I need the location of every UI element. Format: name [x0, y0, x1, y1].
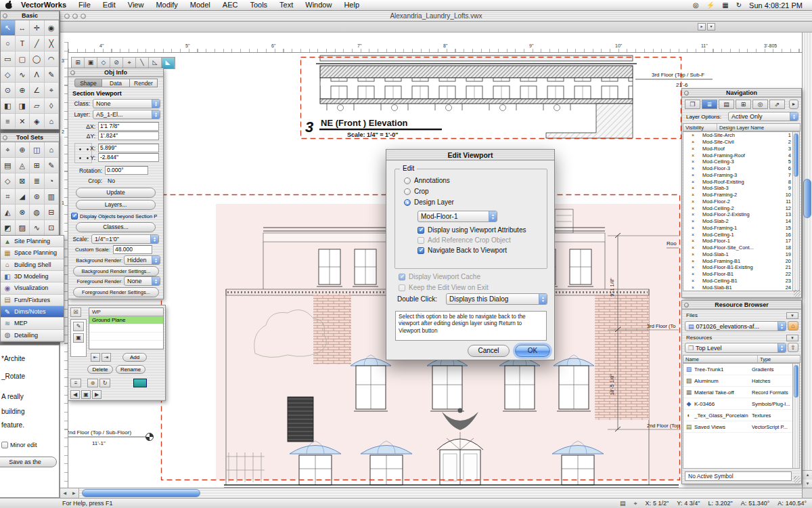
snap-point-icon[interactable]: ⌖ — [123, 58, 136, 68]
close-palette-icon[interactable] — [70, 70, 75, 75]
horizontal-scroll-thumb[interactable] — [82, 489, 200, 497]
layer-row[interactable]: ×Mod-Slab-214 — [683, 218, 792, 225]
visibility-mark[interactable]: × — [683, 219, 702, 224]
visibility-mark[interactable]: × — [683, 285, 702, 290]
scroll-thumb[interactable] — [794, 365, 798, 398]
resource-level-popup[interactable]: ❒ Top Level ▲▼ — [685, 343, 786, 353]
offset-tool[interactable]: ⊕ — [16, 83, 30, 98]
symbol-tool[interactable]: ⌂ — [45, 114, 60, 129]
dialog-titlebar[interactable]: Edit Viewport — [386, 150, 554, 161]
layer-row[interactable]: ×Mod-Site-Arch1 — [683, 132, 792, 139]
layer-popup[interactable]: A5_1-El...▲▼ — [93, 110, 160, 119]
arc-tool[interactable]: ◠ — [45, 51, 60, 67]
layer-row[interactable]: ×Mod-Framing-210 — [683, 192, 792, 198]
pen-tool[interactable]: ✎ — [45, 67, 60, 83]
close-palette-icon[interactable] — [684, 303, 689, 308]
layer-row[interactable]: ×Mod-Floor-211 — [683, 198, 792, 205]
axis-tool[interactable]: ∿ — [30, 220, 45, 236]
vertical-scroll-thumb[interactable] — [803, 179, 811, 218]
arc-mode-icon[interactable]: ◺ — [149, 58, 162, 68]
detail-tool[interactable]: ◢ — [16, 189, 30, 205]
layer-row[interactable]: ×Mod-Roof3 — [683, 146, 792, 152]
scroll-left-icon[interactable]: ◀ — [60, 488, 70, 499]
stair-tool[interactable]: ▤ — [1, 158, 16, 173]
trim-tool[interactable]: ✕ — [16, 114, 30, 129]
resize-grip-icon[interactable] — [794, 476, 800, 483]
menu-item[interactable]: Modify — [150, 0, 183, 10]
viewport-attributes-checkbox[interactable] — [418, 227, 424, 234]
menu-clock[interactable]: Sun 4:08:21 PM — [749, 1, 807, 9]
layer-row[interactable]: ×Mod-Floor-36 — [683, 165, 792, 172]
column-tool[interactable]: ⊞ — [30, 158, 45, 173]
close-palette-icon[interactable] — [684, 91, 689, 96]
foreground-render-popup[interactable]: None▲▼ — [124, 276, 160, 286]
label-tool[interactable]: ◭ — [1, 205, 16, 220]
rename-plane-button[interactable]: Rename — [116, 365, 145, 374]
revision-tool[interactable]: ⊟ — [45, 205, 60, 220]
circle-tool[interactable]: ⊙ — [1, 83, 16, 98]
basic-palette-titlebar[interactable]: Basic — [1, 12, 59, 20]
plane-rotate-icon[interactable]: ↻ — [99, 379, 110, 387]
dimension-tool[interactable]: ⌖ — [1, 142, 16, 158]
background-render-settings-button[interactable]: Background Render Settings... — [73, 266, 159, 276]
visibility-mark[interactable]: × — [683, 140, 702, 144]
menu-item[interactable]: File — [72, 0, 97, 10]
move-tool[interactable]: ↔ — [16, 20, 30, 36]
visibility-mark[interactable]: × — [683, 192, 702, 197]
ok-button[interactable]: OK — [515, 345, 550, 357]
rectangle-tool[interactable]: ▭ — [1, 51, 16, 67]
menu-item[interactable]: Help — [338, 0, 365, 10]
plane-check-icon[interactable]: ☒ — [70, 308, 81, 317]
reference-crop-checkbox[interactable] — [418, 237, 424, 244]
layer-row[interactable]: ×Mod-Floor-B1-Existing21 — [683, 264, 792, 271]
visibility-mark[interactable]: × — [683, 272, 702, 276]
crop-radio[interactable] — [404, 188, 411, 195]
leader-tool[interactable]: ▥ — [45, 189, 60, 205]
snap-object-icon[interactable]: ▣ — [85, 58, 97, 68]
script-icon[interactable]: ▤Saved ViewsVectorScript P... — [683, 421, 792, 433]
minimize-window-icon[interactable] — [72, 14, 78, 19]
toolbar-next-icon[interactable]: ▸ — [698, 23, 706, 30]
type-column-header[interactable]: Type — [758, 356, 800, 362]
symbol-icon[interactable]: ◆K-03466Symbols/Plug-I... — [683, 398, 792, 410]
rotate-tool[interactable]: ◨ — [16, 98, 30, 114]
rotation-field[interactable]: 0.000° — [105, 166, 148, 175]
layer-row[interactable]: ×Mod-Framing-37 — [683, 172, 792, 179]
navigation-titlebar[interactable]: Navigation — [682, 89, 801, 98]
layer-row[interactable]: ×Mod-Floor-Site_Cont...18 — [683, 245, 792, 251]
files-collapse-icon[interactable]: ▼ — [786, 312, 798, 319]
toolbar-menu-icon[interactable]: ▾ — [707, 23, 715, 30]
line-mode-icon[interactable]: ╲ — [136, 58, 149, 68]
layer-row[interactable]: ×Mod-Ceiling-116 — [683, 231, 792, 238]
design-layer-radio[interactable] — [404, 199, 411, 206]
displays-icon[interactable]: ▦ — [722, 1, 728, 9]
space-planning-icon[interactable]: ▦Space Planning — [1, 247, 64, 259]
layer-row[interactable]: ×Mod-Slab-39 — [683, 185, 792, 192]
visibility-mark[interactable]: × — [683, 133, 702, 137]
gradient-icon[interactable]: ▧Tree-Trunk1Gradients — [683, 364, 792, 375]
home-folder-icon[interactable]: ⌂ — [788, 321, 798, 331]
magnifier-tool[interactable]: ○ — [1, 36, 16, 51]
classes-button[interactable]: Classes... — [76, 222, 156, 232]
class-popup[interactable]: None▲▼ — [93, 99, 160, 108]
shear-tool[interactable]: ▱ — [30, 98, 45, 114]
site-planning-icon[interactable]: ▲Site Planning — [1, 236, 64, 247]
delta-x-field[interactable]: 1'1 7/8" — [98, 122, 159, 131]
add-plane-button[interactable]: Add — [122, 353, 147, 362]
detailing-icon[interactable]: ◍Detailing — [1, 330, 64, 341]
obj-info-tab[interactable]: Shape — [74, 79, 102, 87]
y-field[interactable]: -2.844" — [98, 153, 159, 162]
scroll-down-icon[interactable]: ▼ — [803, 480, 812, 488]
x-field[interactable]: 5.899" — [98, 144, 159, 152]
selection-tool[interactable]: ↖ — [1, 20, 16, 36]
visualization-icon[interactable]: ◉Visualization — [1, 282, 64, 294]
menu-item[interactable]: Window — [299, 0, 338, 10]
menu-item[interactable]: VectorWorks — [15, 0, 72, 10]
hatch-tool[interactable]: ⊠ — [16, 173, 30, 189]
delta-y-field[interactable]: 1'.824" — [98, 131, 159, 140]
obj-info-tab[interactable]: Data — [102, 79, 130, 87]
apple-menu-icon[interactable] — [5, 1, 14, 9]
document-titlebar[interactable]: Alexandria_Laundry_Lofts.vwx — [60, 11, 812, 22]
tab-classes-icon[interactable]: ❐ — [685, 100, 700, 109]
plane-image-icon[interactable]: ▣ — [73, 333, 84, 343]
